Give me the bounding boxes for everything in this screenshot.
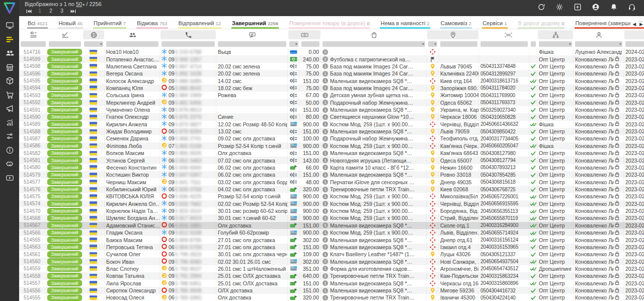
last-page-button[interactable] — [67, 7, 78, 16]
column-header-id[interactable]: ID — [20, 30, 47, 39]
tab-Новый[interactable]: Новый46 — [58, 18, 83, 29]
column-header-status[interactable] — [48, 30, 82, 39]
sidebar-item-marketing[interactable] — [0, 103, 19, 117]
table-row[interactable]: 514596ЗавершенийВегера Оксана095 892 162… — [19, 70, 644, 77]
column-header-source-share[interactable] — [538, 30, 573, 39]
table-row[interactable]: 514592ЗавершенийМерклингер Андрей095 881… — [19, 99, 644, 106]
table-row[interactable]: 514594ЗавершенийКомпанец Юля055 886 8542… — [19, 85, 644, 92]
sidebar-item-tutorials[interactable] — [0, 172, 19, 186]
page-number-2[interactable]: 2 — [45, 8, 56, 14]
tab-Завершений[interactable]: Завершений2256 — [231, 18, 279, 29]
column-header-date[interactable] — [624, 30, 644, 39]
table-row[interactable]: 514716ЗавершенийНов10 Нов10096 210 6788В… — [19, 48, 644, 55]
filter-input-col6[interactable] — [218, 41, 286, 47]
filter-input-col4[interactable] — [106, 41, 158, 47]
filter-input-col15[interactable]: ▾ — [575, 41, 622, 47]
column-header-manager-person[interactable] — [574, 30, 623, 39]
refresh-button[interactable] — [532, 0, 550, 16]
tab-Самовивіз[interactable]: Самовивіз2 — [440, 18, 472, 29]
table-row[interactable]: 514580ЗавершенийФесенко Константин065 84… — [19, 164, 644, 171]
column-header-customers[interactable] — [105, 30, 159, 39]
tab-Нема в наявності[interactable]: Нема в наявності2 — [380, 18, 430, 29]
table-row[interactable]: 514598ЗавершенийМалютина Светлана095 897… — [19, 63, 644, 70]
table-row[interactable]: 514555ЗавершенийНовосад Олеся065 783 336… — [19, 294, 644, 301]
table-row[interactable]: 514590ЗавершенийГнатюк Олексндр065 876 2… — [19, 113, 644, 120]
table-row[interactable]: 514582ЗавершенийВолков Максим095 855 002… — [19, 149, 644, 157]
sidebar-item-stats[interactable] — [0, 117, 19, 131]
first-page-button[interactable] — [23, 7, 34, 16]
filter-input-col8[interactable] — [301, 41, 319, 47]
sidebar-item-integrations[interactable] — [0, 130, 19, 144]
table-row[interactable]: 514577ЗавершенийЧерниш Максим095 841 731… — [19, 178, 644, 185]
sidebar-item-dashboard[interactable] — [0, 20, 19, 34]
tab-Відмова[interactable]: Відмова763 — [136, 18, 168, 29]
tabs-scroll-left-icon[interactable]: ◀ — [632, 22, 636, 27]
table-row[interactable]: 514579ЗавершенийКостишин Виктор095 847 0… — [19, 171, 644, 178]
sidebar-item-info[interactable] — [0, 144, 19, 159]
table-row[interactable]: 514595ЗавершенийКолосок Александр095 889… — [19, 77, 644, 84]
add-new-button[interactable] — [569, 0, 587, 16]
table-row[interactable]: 514559ЗавершенийВлас Слотюу065 793 95372… — [19, 265, 644, 272]
filter-input-col14[interactable]: ▾ — [539, 41, 572, 47]
table-row[interactable]: 514586ЗавершенийФіліпова Люба075 865 619… — [19, 142, 644, 149]
filter-input-col13[interactable] — [531, 41, 536, 47]
support-button[interactable] — [623, 0, 641, 16]
column-header-comment[interactable] — [217, 30, 287, 39]
table-row[interactable]: 514589ЗавершенийКирилич Анжела095 873 58… — [19, 121, 644, 128]
table-row[interactable]: 514574ЗавершенийКирилич Анжела Ол…095 83… — [19, 200, 644, 207]
page-number-3[interactable]: 3 — [56, 8, 67, 14]
table-row[interactable]: 514587ЗавершенийСеменюк Дарина095 868 27… — [19, 135, 644, 142]
tab-Прийнятий[interactable]: Прийнятий7 — [93, 18, 126, 29]
settings-button[interactable] — [550, 0, 569, 16]
column-header-delivery-pin[interactable] — [427, 30, 478, 39]
filter-input-col5[interactable] — [162, 41, 215, 47]
filter-input-col16[interactable] — [625, 41, 644, 47]
tab-Сервіси[interactable]: Сервіси1 — [482, 18, 507, 29]
table-row[interactable]: 514561ЗавершенийСучилов Олег065 799 2623… — [19, 251, 644, 258]
tab-Повернення товару (в дорозі)[interactable]: Повернення товару (в дорозі)0 — [289, 18, 370, 29]
page-number-1[interactable]: 1 — [34, 8, 45, 14]
sidebar-item-orders[interactable] — [0, 34, 19, 48]
filter-input-col11[interactable] — [440, 41, 477, 47]
filter-input-col12[interactable] — [480, 41, 528, 47]
filter-input-col3[interactable]: ▾ — [84, 41, 103, 47]
filter-input-col10[interactable]: ▾ — [428, 41, 437, 47]
tabs-scroll-right-icon[interactable]: ▶ — [639, 22, 643, 27]
app-logo-icon[interactable] — [3, 2, 16, 14]
tab-Відправлений[interactable]: Відправлений12 — [178, 18, 221, 29]
profile-button[interactable] — [587, 0, 605, 16]
table-row[interactable]: 514566ЗавершенийГладик Оксана095 812 533… — [19, 229, 644, 236]
filter-input-col2[interactable] — [49, 41, 81, 47]
table-row[interactable]: 514567ЗавершенийАдамовский Станис…065 81… — [19, 222, 644, 229]
table-row[interactable]: 514560ЗавершенийБокоч Иван095 796 608002… — [19, 258, 644, 265]
table-row[interactable]: 514599ЗавершенийПотапенко Анастас…095 90… — [19, 55, 644, 62]
tab-В дорозі додому[interactable]: В дорозі додому0 — [518, 18, 565, 29]
notifications-button[interactable] — [605, 0, 623, 16]
column-header-tracking-barcode[interactable] — [479, 30, 537, 39]
tab-Всі[interactable]: Всі4521 — [27, 18, 48, 29]
table-row[interactable]: 514556ЗавершенийСиротюк Олександр095 785… — [19, 287, 644, 294]
filter-input-col1[interactable] — [21, 41, 46, 47]
filter-input-col9[interactable]: ▾ — [323, 41, 425, 47]
filter-input-col7[interactable]: ▾ — [289, 41, 298, 47]
sidebar-item-products[interactable] — [0, 75, 19, 89]
table-row[interactable]: 514563ЗавершенийПетровська Тетяна065 804… — [19, 244, 644, 251]
column-header-payment-money[interactable] — [288, 30, 320, 39]
table-row[interactable]: 514591ЗавершенийЧумаченко Олена095 878 8… — [19, 106, 644, 113]
sidebar-item-store[interactable] — [0, 61, 19, 76]
table-row[interactable]: 514565ЗавершенийБаюка Максим065 809 8795… — [19, 236, 644, 243]
table-row[interactable]: 514581ЗавершенийУстинов Сергей065 852 34… — [19, 157, 644, 164]
table-row[interactable]: 514558ЗавершенийКовпак Татьяна095 791 29… — [19, 272, 644, 279]
table-row[interactable]: 514557ЗавершенийЛила Ярослав095 788 6451… — [19, 280, 644, 287]
sidebar-item-partners[interactable] — [0, 158, 19, 172]
table-row[interactable]: 514576ЗавершенийКобилинський Юрий065 839… — [19, 186, 644, 193]
sidebar-item-purchases[interactable] — [0, 89, 19, 103]
table-row[interactable]: 514570ЗавершенийКорнелюк Надія Та…095 82… — [19, 207, 644, 214]
column-header-products-bag[interactable] — [321, 30, 426, 39]
table-row[interactable]: 514575ЗавершенийКВІТОВСЬКА ЮЛІЯ095 836 4… — [19, 193, 644, 200]
table-row[interactable]: 514588ЗавершенийЖидак Володимир065 870 9… — [19, 128, 644, 135]
table-row[interactable]: 514593ЗавершенийСольська Ірина095 884 19… — [19, 92, 644, 99]
table-row[interactable]: 514568ЗавершенийШумляс Богдана Ан…065 81… — [19, 214, 644, 221]
sidebar-item-customers[interactable] — [0, 47, 19, 61]
column-header-phone[interactable] — [160, 30, 216, 39]
